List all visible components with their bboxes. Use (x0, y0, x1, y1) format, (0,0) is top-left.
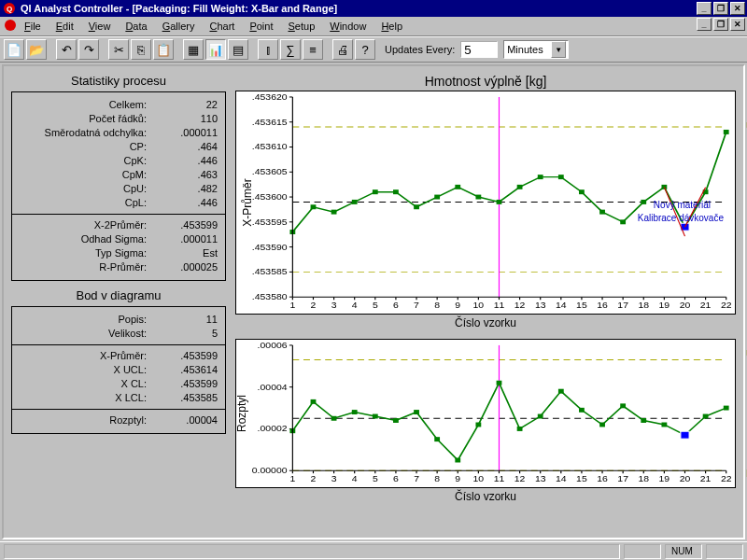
undo-button[interactable]: ↶ (56, 39, 77, 60)
stat-label: CpL: (20, 196, 150, 210)
stat-row: Rozptyl:.00004 (20, 413, 218, 427)
redo-button[interactable]: ↷ (78, 39, 99, 60)
view1-button[interactable]: ▦ (183, 39, 204, 60)
stat-row: Typ Sigma:Est (20, 246, 218, 260)
svg-rect-170 (661, 423, 667, 427)
svg-rect-165 (558, 389, 564, 394)
stat-label: R-Průměr: (20, 260, 150, 274)
svg-rect-156 (373, 414, 378, 419)
mdi-minimize-button[interactable]: _ (697, 18, 712, 31)
stat-value: .000011 (150, 126, 218, 140)
stat-value: 22 (150, 98, 218, 112)
window-buttons: _ ❐ ✕ (697, 2, 745, 15)
svg-rect-74 (393, 189, 399, 194)
minimize-button[interactable]: _ (697, 2, 712, 15)
svg-text:.453590: .453590 (252, 242, 288, 251)
stat-label: X CL: (20, 377, 150, 391)
open-button[interactable]: 📂 (26, 39, 47, 60)
svg-rect-158 (414, 410, 419, 414)
svg-text:.453580: .453580 (252, 292, 288, 301)
print-button[interactable]: 🖨 (332, 39, 353, 60)
menu-point[interactable]: Point (242, 19, 280, 34)
help-button[interactable]: ? (355, 39, 375, 60)
range-chart[interactable]: Rozptyl 0.00000.00002.00004.000061234567… (235, 339, 736, 488)
svg-text:0.00000: 0.00000 (252, 466, 288, 475)
stat-row: X CL:.453599 (20, 377, 218, 391)
menu-chart[interactable]: Chart (202, 19, 242, 34)
menu-window[interactable]: Window (322, 19, 374, 34)
svg-text:21: 21 (700, 301, 712, 310)
svg-rect-77 (455, 185, 460, 189)
svg-rect-172 (703, 414, 709, 419)
menubar: File Edit View Data Gallery Chart Point … (0, 17, 747, 36)
svg-rect-161 (475, 423, 481, 427)
svg-text:18: 18 (638, 474, 649, 483)
new-button[interactable]: 📄 (4, 39, 24, 60)
svg-text:1: 1 (289, 474, 295, 483)
stat-value: .453585 (150, 391, 218, 405)
close-button[interactable]: ✕ (730, 2, 745, 15)
menu-gallery[interactable]: Gallery (155, 19, 203, 34)
svg-rect-164 (538, 414, 543, 419)
svg-text:22: 22 (721, 474, 732, 483)
svg-rect-157 (393, 418, 399, 423)
menu-data[interactable]: Data (118, 19, 154, 34)
histogram-button[interactable]: ⫿ (258, 39, 278, 60)
grid-view-button[interactable]: ▤ (228, 39, 248, 60)
svg-text:5: 5 (373, 301, 378, 310)
menu-edit[interactable]: Edit (49, 19, 81, 34)
stat-label: X-2Průměr: (20, 218, 150, 232)
stats-title: Statistiky procesu (11, 74, 226, 88)
stat-row: X LCL:.453585 (20, 391, 218, 405)
stat-value: .000025 (150, 260, 218, 274)
stat-value: .482 (150, 182, 218, 196)
chart-view-button[interactable]: 📊 (205, 39, 226, 60)
svg-rect-81 (538, 175, 543, 179)
stat-label: Typ Sigma: (20, 246, 150, 260)
copy-button[interactable]: ⎘ (131, 39, 151, 60)
svg-text:2: 2 (311, 474, 317, 483)
maximize-button[interactable]: ❐ (713, 2, 728, 15)
stat-row: Počet řádků:110 (20, 112, 218, 126)
stat-row: X-2Průměr:.453599 (20, 218, 218, 232)
svg-text:.00006: .00006 (258, 341, 288, 350)
status-main (4, 544, 620, 559)
stat-row: CpU:.482 (20, 182, 218, 196)
mdi-close-button[interactable]: ✕ (730, 18, 745, 31)
svg-rect-85 (620, 219, 626, 224)
status-caps (624, 544, 661, 559)
svg-text:1: 1 (289, 301, 295, 310)
svg-rect-154 (331, 416, 337, 421)
cut-button[interactable]: ✂ (108, 39, 129, 60)
toolbar: 📄 📂 ↶ ↷ ✂ ⎘ 📋 ▦ 📊 ▤ ⫿ ∑ ≡ 🖨 ? Updates Ev… (0, 36, 747, 63)
menu-view[interactable]: View (81, 19, 119, 34)
stat-value: .446 (150, 196, 218, 210)
stat-value: .00004 (150, 413, 218, 427)
svg-text:.00002: .00002 (258, 424, 288, 433)
stat-row: Velikost:5 (20, 327, 218, 341)
updates-value-input[interactable] (460, 41, 498, 58)
paste-button[interactable]: 📋 (153, 39, 174, 60)
stats-button[interactable]: ∑ (280, 39, 301, 60)
menu-setup[interactable]: Setup (281, 19, 323, 34)
stat-label: Rozptyl: (20, 413, 150, 427)
menu-file[interactable]: File (17, 19, 49, 34)
svg-text:13: 13 (535, 301, 546, 310)
xbar-chart[interactable]: X-Průměr .453580.453585.453590.453595.45… (235, 91, 736, 315)
limits-button[interactable]: ≡ (303, 39, 323, 60)
svg-text:16: 16 (597, 301, 608, 310)
stat-value: .453599 (150, 377, 218, 391)
svg-text:Q: Q (7, 5, 12, 13)
updates-unit-select[interactable]: Minutes (503, 40, 569, 59)
mdi-maximize-button[interactable]: ❐ (713, 18, 728, 31)
stat-value: .446 (150, 154, 218, 168)
stat-row: X-Průměr:.453599 (20, 349, 218, 363)
menu-help[interactable]: Help (374, 19, 410, 34)
status-num: NUM (665, 544, 702, 559)
stat-row: CP:.464 (20, 140, 218, 154)
window-title: QI Analyst Controller - [Packaging: Fill… (21, 3, 697, 14)
stat-label: CpK: (20, 154, 150, 168)
stats-panel: Celkem:22Počet řádků:110Směrodatná odchy… (11, 91, 226, 281)
svg-rect-160 (455, 458, 460, 463)
mdi-icon[interactable] (4, 19, 17, 34)
